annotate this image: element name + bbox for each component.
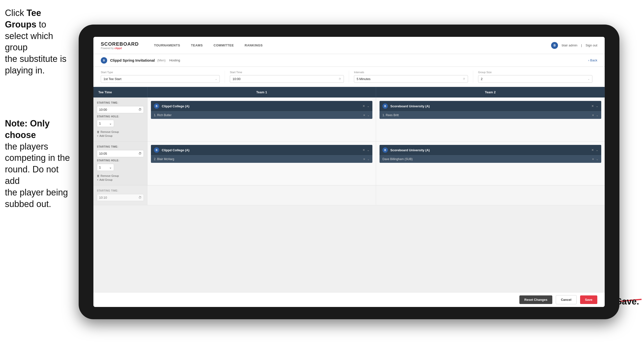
nav-rankings[interactable]: RANKINGS xyxy=(239,37,268,54)
back-button[interactable]: Back xyxy=(588,58,597,62)
team1-cell-1: B Clippd College (A) ✕ ⌄ 1. Rich Butler xyxy=(148,97,376,141)
nav-tournaments[interactable]: TOURNAMENTS xyxy=(148,37,185,54)
start-time-value: 10:00 xyxy=(232,77,241,81)
add-group-btn-2[interactable]: + Add Group xyxy=(97,178,144,181)
tablet-device: SCOREBOARD Powered by clippd TOURNAMENTS… xyxy=(79,24,620,319)
table-col-tee-time: Tee Time xyxy=(94,87,148,97)
player-name-2-2: Dave Billingham (SUB) xyxy=(382,157,590,161)
nav-committee[interactable]: COMMITTEE xyxy=(208,37,240,54)
starting-hole-value-2: 1 xyxy=(99,166,101,169)
team-card-2-2: B Scoreboard University (A) ✕ ⌄ Dave Bil… xyxy=(380,145,601,163)
remove-group-btn-1[interactable]: 🗑 Remove Group xyxy=(97,130,144,133)
team-card-1-1: B Clippd College (A) ✕ ⌄ 1. Rich Butler xyxy=(151,101,372,119)
tee-actions-2: 🗑 Remove Group + Add Group xyxy=(97,174,144,181)
start-type-label: Start Type xyxy=(101,71,220,74)
team-card-header-1-2: B Clippd College (A) ✕ ⌄ xyxy=(151,145,372,155)
team-chevron-2-1[interactable]: ⌄ xyxy=(596,104,598,108)
table-col-team1: Team 1 xyxy=(148,87,376,97)
tablet-screen: SCOREBOARD Powered by clippd TOURNAMENTS… xyxy=(94,37,605,307)
team-card-header-2-2: B Scoreboard University (A) ✕ ⌄ xyxy=(380,145,601,155)
nav-links: TOURNAMENTS TEAMS COMMITTEE RANKINGS xyxy=(148,37,551,54)
tee-row-2: STARTING TIME: 10:05 ⏱ STARTING HOLE: 1 … xyxy=(94,141,605,185)
team-card-header-1-1: B Clippd College (A) ✕ ⌄ xyxy=(151,101,372,111)
player-row-1-1: 1. Rich Butler ✕ ⌄ xyxy=(151,111,372,119)
starting-hole-chevron-1: ⌄ xyxy=(109,122,112,125)
team-controls-1-1: ✕ ⌄ xyxy=(362,104,370,108)
team-close-2-1[interactable]: ✕ xyxy=(592,104,594,108)
annotation-bold-tee-groups: Tee Groups xyxy=(5,8,41,29)
starting-hole-label-2: STARTING HOLE: xyxy=(97,159,144,162)
trash-icon-2: 🗑 xyxy=(97,174,100,177)
sub-header-badge: B xyxy=(101,57,107,64)
starting-hole-input-2[interactable]: 1 ⌄ xyxy=(97,164,114,171)
logo-clippd: clippd xyxy=(114,47,122,50)
player-controls-2-1: ✕ ⌄ xyxy=(592,114,598,117)
nav-teams[interactable]: TEAMS xyxy=(186,37,208,54)
start-time-label: Start Time xyxy=(230,71,344,74)
sub-header-title: Clippd Spring Invitational xyxy=(110,58,155,62)
player-controls-1-2: ✕ ⌄ xyxy=(363,158,370,161)
settings-row: Start Type 1st Tee Start ⌄ Start Time 10… xyxy=(94,67,605,87)
logo-area: SCOREBOARD Powered by clippd xyxy=(101,41,139,50)
team-close-2-2[interactable]: ✕ xyxy=(592,148,594,152)
start-type-input[interactable]: 1st Tee Start ⌄ xyxy=(101,75,220,83)
start-type-field: Start Type 1st Tee Start ⌄ xyxy=(101,71,225,83)
team-card-2-1: B Scoreboard University (A) ✕ ⌄ 1. Rees … xyxy=(380,101,601,119)
tee-left-2: STARTING TIME: 10:05 ⏱ STARTING HOLE: 1 … xyxy=(94,141,148,185)
team1-cell-2: B Clippd College (A) ✕ ⌄ 2. Blair McHarg xyxy=(148,141,376,185)
team-badge-2-2: B xyxy=(382,147,388,153)
add-group-btn-1[interactable]: + Add Group xyxy=(97,134,144,137)
team-close-1-1[interactable]: ✕ xyxy=(362,104,365,108)
nav-right: B blair admin | Sign out xyxy=(551,42,597,49)
start-time-input[interactable]: 10:00 ⏱ xyxy=(230,75,344,83)
player-close-2-1[interactable]: ✕ xyxy=(592,114,594,117)
starting-time-value-1: 10:00 xyxy=(99,108,107,111)
starting-time-input-2[interactable]: 10:05 ⏱ xyxy=(97,150,144,157)
annotation-note: Note: Only choose the players competing … xyxy=(0,118,79,210)
starting-time-value-2: 10:05 xyxy=(99,152,107,155)
player-close-1-2[interactable]: ✕ xyxy=(363,158,365,161)
team-chevron-1-2[interactable]: ⌄ xyxy=(367,148,370,152)
remove-group-label-1: Remove Group xyxy=(100,130,119,133)
team-name-1-1: Clippd College (A) xyxy=(162,104,360,108)
team-close-1-2[interactable]: ✕ xyxy=(362,148,365,152)
reset-changes-button[interactable]: Reset Changes xyxy=(520,296,552,304)
player-chevron-1-2[interactable]: ⌄ xyxy=(367,158,370,161)
team1-cell-3 xyxy=(148,185,376,205)
remove-group-btn-2[interactable]: 🗑 Remove Group xyxy=(97,174,144,177)
remove-group-label-2: Remove Group xyxy=(100,174,119,177)
team-chevron-1-1[interactable]: ⌄ xyxy=(367,104,370,108)
intervals-chevron: ⏱ xyxy=(463,78,465,80)
player-close-1-1[interactable]: ✕ xyxy=(363,114,365,117)
sub-header: B Clippd Spring Invitational (Men) Hosti… xyxy=(94,54,605,67)
player-name-1-2: 2. Blair McHarg xyxy=(154,157,360,161)
sub-header-hosting: Hosting xyxy=(169,58,180,62)
player-chevron-2-2[interactable]: ⌄ xyxy=(596,158,598,161)
intervals-input[interactable]: 5 Minutes ⏱ xyxy=(354,75,468,83)
starting-time-label-1: STARTING TIME: xyxy=(97,101,144,104)
player-row-2-2: Dave Billingham (SUB) ✕ ⌄ xyxy=(380,155,601,163)
save-button[interactable]: Save xyxy=(580,296,597,304)
player-chevron-1-1[interactable]: ⌄ xyxy=(367,114,370,117)
starting-time-input-1[interactable]: 10:00 ⏱ xyxy=(97,106,144,113)
table-col-team2: Team 2 xyxy=(376,87,605,97)
group-size-input[interactable]: 2 ⌄ xyxy=(478,75,592,83)
starting-time-input-3[interactable]: 10:10 ⏱ xyxy=(97,194,144,201)
team-controls-1-2: ✕ ⌄ xyxy=(362,148,370,152)
cancel-button[interactable]: Cancel xyxy=(556,295,577,304)
starting-hole-input-1[interactable]: 1 ⌄ xyxy=(97,120,114,127)
intervals-label: Intervals xyxy=(354,71,468,74)
logo-text: SCOREBOARD xyxy=(101,41,139,47)
add-icon-1: + xyxy=(97,134,98,137)
team-chevron-2-2[interactable]: ⌄ xyxy=(596,148,598,152)
team-controls-2-1: ✕ ⌄ xyxy=(592,104,598,108)
team-name-2-2: Scoreboard University (A) xyxy=(390,148,589,152)
player-controls-1-1: ✕ ⌄ xyxy=(363,114,370,117)
player-chevron-2-1[interactable]: ⌄ xyxy=(596,114,598,117)
player-close-2-2[interactable]: ✕ xyxy=(592,158,594,161)
tee-rows-container: STARTING TIME: 10:00 ⏱ STARTING HOLE: 1 … xyxy=(94,97,605,205)
tee-left-3: STARTING TIME: 10:10 ⏱ xyxy=(94,185,148,205)
sign-out-link[interactable]: Sign out xyxy=(586,43,597,47)
player-name-1-1: 1. Rich Butler xyxy=(154,113,360,117)
starting-hole-chevron-2: ⌄ xyxy=(109,166,112,169)
